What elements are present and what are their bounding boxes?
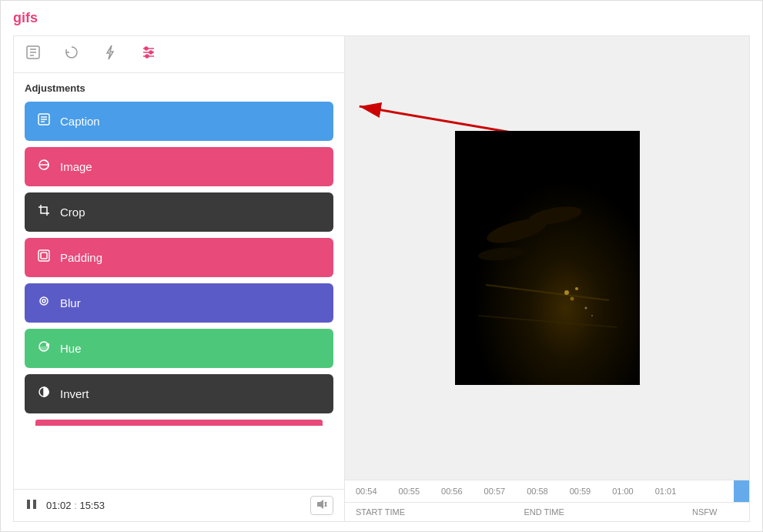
left-panel: Adjustments Caption (14, 36, 345, 521)
svg-point-7 (145, 47, 148, 50)
adjustments-label: Adjustments (25, 82, 333, 94)
app-title: gifs (13, 10, 750, 26)
svg-point-40 (584, 307, 587, 309)
svg-rect-23 (27, 500, 30, 509)
tick-2: 00:56 (430, 487, 474, 496)
blur-btn-icon (37, 294, 51, 312)
caption-tool-icon[interactable] (25, 44, 42, 65)
tick-3: 00:57 (474, 487, 517, 496)
svg-marker-25 (317, 500, 323, 509)
caption-btn-label: Caption (60, 115, 100, 128)
crop-btn-icon (37, 203, 51, 221)
start-time-label: START TIME (356, 507, 524, 517)
svg-point-21 (47, 344, 49, 346)
toolbar (14, 36, 344, 73)
caption-btn-icon (37, 112, 51, 130)
main-area: Adjustments Caption (13, 35, 750, 522)
svg-rect-17 (41, 253, 47, 259)
image-btn-label: Image (60, 160, 92, 173)
play-pause-button[interactable] (25, 497, 38, 514)
image-btn-icon (37, 158, 51, 176)
invert-button[interactable]: Invert (25, 374, 333, 413)
tick-6: 01:00 (601, 487, 644, 496)
blur-btn-label: Blur (60, 296, 81, 309)
svg-point-19 (42, 299, 45, 303)
tick-1: 00:55 (388, 487, 431, 496)
tick-4: 00:58 (516, 487, 559, 496)
blur-button[interactable]: Blur (25, 283, 333, 323)
preview-area (345, 36, 749, 480)
svg-rect-16 (38, 250, 49, 261)
right-panel: 00:54 00:55 00:56 00:57 00:58 00:59 01:0… (345, 36, 749, 521)
preview-image (455, 131, 640, 385)
flash-icon[interactable] (102, 44, 119, 65)
svg-point-37 (564, 290, 569, 295)
svg-point-38 (575, 287, 578, 290)
preview-image-inner (455, 131, 640, 385)
tick-5: 00:59 (559, 487, 602, 496)
timeline-highlight (734, 480, 749, 502)
timeline-bar: 01:02 : 15:53 (14, 489, 344, 521)
caption-button[interactable]: Caption (25, 102, 333, 141)
timeline-labels: START TIME END TIME NSFW (345, 503, 749, 521)
hue-button[interactable]: Hue (25, 329, 333, 368)
crop-button[interactable]: Crop (25, 192, 333, 232)
current-time: 01:02 : 15:53 (46, 500, 105, 511)
sliders-icon[interactable] (140, 44, 157, 65)
padding-btn-label: Padding (60, 251, 102, 264)
crop-btn-label: Crop (60, 206, 85, 219)
bottom-bar-partial (35, 420, 323, 426)
svg-point-18 (40, 297, 48, 305)
adjustments-panel: Adjustments Caption (14, 73, 344, 489)
svg-point-9 (146, 55, 149, 58)
svg-point-41 (591, 315, 593, 316)
tick-7: 01:01 (644, 487, 688, 496)
mute-button[interactable] (310, 496, 333, 515)
svg-point-8 (149, 51, 152, 54)
hue-btn-label: Hue (60, 342, 82, 355)
image-button[interactable]: Image (25, 147, 333, 186)
padding-btn-icon (37, 249, 51, 266)
rotate-icon[interactable] (63, 44, 80, 65)
timeline-ruler: 00:54 00:55 00:56 00:57 00:58 00:59 01:0… (345, 480, 749, 503)
app-container: gifs (1, 1, 762, 531)
nsfw-label: NSFW (692, 507, 738, 517)
tick-0: 00:54 (345, 487, 388, 496)
svg-rect-24 (33, 500, 36, 509)
padding-button[interactable]: Padding (25, 238, 333, 277)
invert-btn-icon (37, 385, 51, 403)
end-time-label: END TIME (524, 507, 693, 517)
timeline-section: 00:54 00:55 00:56 00:57 00:58 00:59 01:0… (345, 480, 749, 521)
svg-point-39 (570, 297, 574, 301)
invert-btn-label: Invert (60, 387, 89, 400)
hue-btn-icon (37, 340, 51, 357)
